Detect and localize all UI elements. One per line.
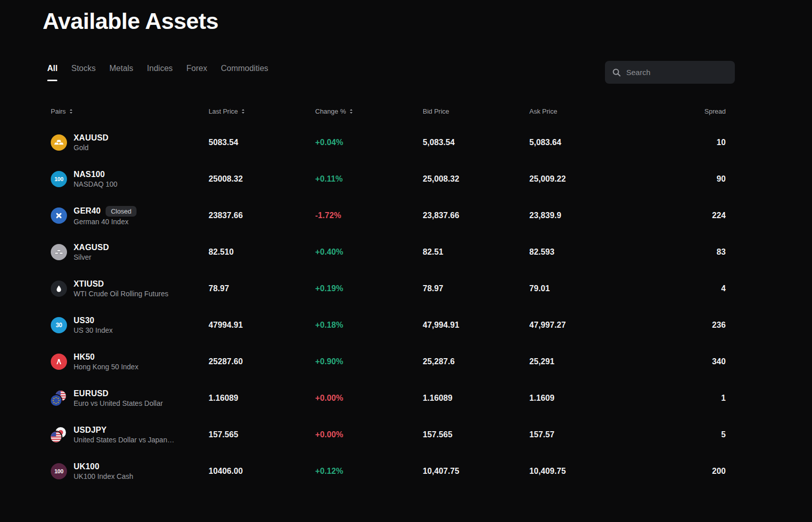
pair-cell: 100 UK100 UK100 Index Cash [51,462,209,480]
bid-price: 25,008.32 [423,175,529,184]
tab-indices[interactable]: Indices [147,64,173,81]
pair-name: UK100 Index Cash [74,472,133,480]
bid-price: 5,083.54 [423,138,529,147]
tab-stocks[interactable]: Stocks [71,64,95,81]
last-price: 157.565 [209,430,315,439]
table-row-ger40[interactable]: GER40 Closed German 40 Index 23837.66 -1… [51,197,726,234]
pair-cell: 30 US30 US 30 Index [51,316,209,334]
spread: 90 [636,175,726,184]
column-header-pairs[interactable]: Pairs [51,108,209,115]
pair-symbol: HK50 [74,353,95,362]
change-percent: +0.40% [315,248,423,257]
pair-text: GER40 Closed German 40 Index [74,206,137,226]
pair-symbol: US30 [74,316,94,325]
bid-price: 157.565 [423,430,529,439]
pair-cell: GER40 Closed German 40 Index [51,206,209,226]
oil-drop-icon [51,281,67,297]
spread: 4 [636,284,726,293]
pair-cell: XAGUSD Silver [51,243,209,261]
us-flag-icon [51,432,61,442]
pair-cell: USDJPY United States Dollar vs Japan… [51,426,209,444]
last-price: 82.510 [209,248,315,257]
tab-commodities[interactable]: Commodities [221,64,268,81]
pair-symbol: USDJPY [74,426,107,435]
tab-metals[interactable]: Metals [109,64,133,81]
pair-symbol: XTIUSD [74,280,104,289]
hong-kong-icon [51,354,67,370]
table-row-xtiusd[interactable]: XTIUSD WTI Crude Oil Rolling Futures 78.… [51,270,726,307]
search-box[interactable] [605,61,735,84]
table-row-us30[interactable]: 30 US30 US 30 Index 47994.91 +0.18% 47,9… [51,307,726,343]
last-price: 10406.00 [209,467,315,476]
ask-price: 10,409.75 [529,467,636,476]
spread: 5 [636,430,726,439]
column-header-spread: Spread [636,108,726,115]
page-title: Available Assets [43,8,812,34]
table-row-eurusd[interactable]: EURUSD Euro vs United States Dollar 1.16… [51,380,726,416]
gold-bars-icon [51,134,67,151]
pair-name: NASDAQ 100 [74,180,117,188]
top-bar: All Stocks Metals Indices Forex Commodit… [43,61,735,84]
search-icon [612,68,621,77]
bid-price: 1.16089 [423,394,529,403]
last-price: 25287.60 [209,357,315,366]
tab-commodities-label: Commodities [221,64,268,73]
change-percent: +0.11% [315,175,423,184]
dax-x-icon [51,207,67,224]
table-row-xauusd[interactable]: XAUUSD Gold 5083.54 +0.04% 5,083.54 5,08… [51,124,726,161]
bid-price: 10,407.75 [423,467,529,476]
tab-all-label: All [47,64,57,73]
table-row-xagusd[interactable]: XAGUSD Silver 82.510 +0.40% 82.51 82.593… [51,234,726,270]
icon-label: 30 [56,322,62,329]
table-row-usdjpy[interactable]: USDJPY United States Dollar vs Japan… 15… [51,416,726,453]
last-price: 25008.32 [209,175,315,184]
pair-text: XAGUSD Silver [74,243,109,261]
silver-bars-icon [51,244,67,260]
table-header: Pairs Last Price Change % Bid Price Ask … [51,106,726,116]
pair-name: United States Dollar vs Japan… [74,436,174,444]
change-percent: -1.72% [315,211,423,220]
search-input[interactable] [626,68,728,77]
tab-forex[interactable]: Forex [186,64,207,81]
available-assets-page: Available Assets All Stocks Metals Indic… [0,0,812,522]
column-header-change[interactable]: Change % [315,108,423,115]
pair-symbol: NAS100 [74,170,105,179]
pair-cell: 100 NAS100 NASDAQ 100 [51,170,209,188]
ask-price: 82.593 [529,248,636,257]
change-percent: +0.90% [315,357,423,366]
sort-icon[interactable] [68,108,74,115]
tab-indices-label: Indices [147,64,173,73]
column-label: Bid Price [423,108,449,115]
sort-icon[interactable] [240,108,246,115]
bid-price: 47,994.91 [423,321,529,330]
pair-name: Hong Kong 50 Index [74,363,139,371]
bid-price: 23,837.66 [423,211,529,220]
pair-text: NAS100 NASDAQ 100 [74,170,117,188]
table-row-hk50[interactable]: HK50 Hong Kong 50 Index 25287.60 +0.90% … [51,343,726,380]
sort-icon[interactable] [348,108,354,115]
tab-metals-label: Metals [109,64,133,73]
pair-symbol: XAGUSD [74,243,109,252]
us30-icon: 30 [51,317,67,333]
table-row-nas100[interactable]: 100 NAS100 NASDAQ 100 25008.32 +0.11% 25… [51,161,726,197]
us-jp-flags-icon [51,427,67,443]
pair-text: XAUUSD Gold [74,133,109,152]
tab-all[interactable]: All [47,64,57,81]
eu-us-flags-icon [51,390,67,406]
ask-price: 157.57 [529,430,636,439]
spread: 224 [636,211,726,220]
pair-cell: XAUUSD Gold [51,133,209,152]
column-label: Change % [315,108,346,115]
tab-forex-label: Forex [186,64,207,73]
pair-symbol: GER40 [74,206,100,216]
eu-flag-icon [51,395,61,406]
column-label: Pairs [51,108,66,115]
spread: 1 [636,394,726,403]
table-row-uk100[interactable]: 100 UK100 UK100 Index Cash 10406.00 +0.1… [51,453,726,490]
pair-name: Gold [74,144,109,152]
pair-text: US30 US 30 Index [74,316,113,334]
ask-price: 25,009.22 [529,175,636,184]
uk100-icon: 100 [51,463,67,479]
last-price: 1.16089 [209,394,315,403]
column-header-last-price[interactable]: Last Price [209,108,315,115]
